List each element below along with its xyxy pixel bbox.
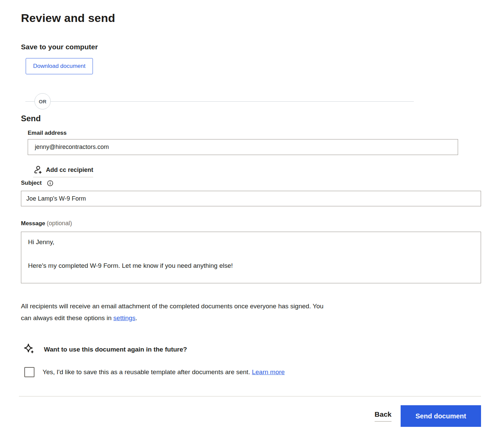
subject-label-row: Subject [21,180,481,186]
save-template-checkbox[interactable] [24,367,34,377]
save-template-label-text: Yes, I'd like to save this as a reusable… [43,368,252,376]
recipients-notice: All recipients will receive an email att… [21,300,325,324]
or-badge: OR [34,93,51,109]
add-cc-recipient-label: Add cc recipient [46,166,93,174]
message-optional-hint: (optional) [47,220,72,227]
or-divider-line-left [25,101,34,102]
message-label: Message [21,220,45,227]
add-cc-recipient-link[interactable]: Add cc recipient [33,165,93,177]
template-prompt-heading: Want to use this document again in the f… [44,346,187,353]
review-and-send-page: Review and send Save to your computer Do… [0,0,504,427]
person-add-icon [33,165,43,175]
email-block: Email address Add cc recipient [28,130,458,177]
learn-more-link[interactable]: Learn more [252,368,285,376]
settings-link[interactable]: settings [114,314,135,321]
subject-info-icon[interactable] [47,180,53,186]
footer-divider [19,396,481,396]
subject-input[interactable] [21,191,481,206]
save-template-row: Yes, I'd like to save this as a reusable… [24,367,481,377]
footer-actions: Back Send document [21,405,481,427]
message-label-row: Message (optional) [21,220,481,227]
sparkle-icon [23,343,36,356]
notice-text-before: All recipients will receive an email att… [21,303,324,321]
download-document-button[interactable]: Download document [26,58,93,74]
save-section-heading: Save to your computer [21,43,481,51]
email-address-input[interactable] [28,139,458,155]
notice-text-after: . [135,314,137,321]
or-divider: OR [25,93,414,109]
template-prompt-row: Want to use this document again in the f… [23,343,481,356]
page-title: Review and send [21,11,481,25]
send-document-button[interactable]: Send document [401,405,481,427]
message-textarea[interactable]: Hi Jenny, Here's my completed W-9 Form. … [21,232,481,283]
back-button[interactable]: Back [375,410,392,422]
subject-label: Subject [21,180,42,186]
or-divider-line-right [51,101,414,102]
send-section-heading: Send [21,113,481,124]
save-template-label: Yes, I'd like to save this as a reusable… [43,368,285,376]
email-address-label: Email address [28,130,67,136]
